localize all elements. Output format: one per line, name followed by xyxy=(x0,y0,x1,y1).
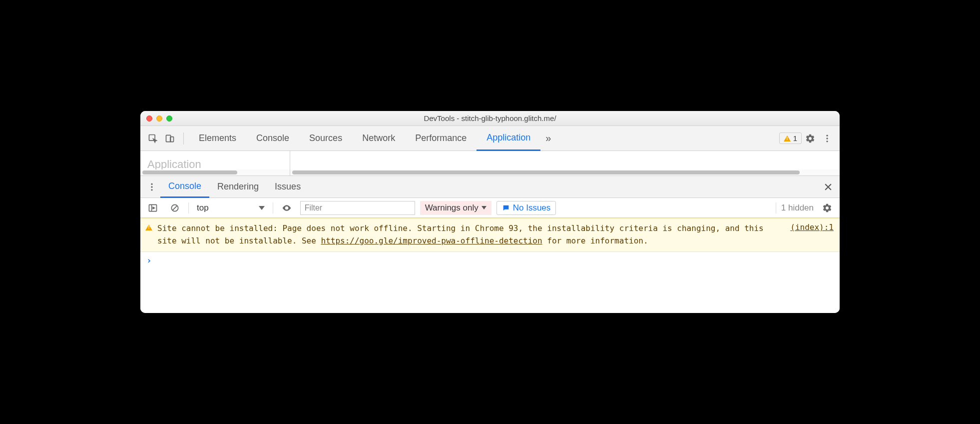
window-title: DevTools - stitch-glib-typhoon.glitch.me… xyxy=(140,114,840,122)
drawer-tab-console[interactable]: Console xyxy=(160,176,209,198)
devtools-window: DevTools - stitch-glib-typhoon.glitch.me… xyxy=(140,111,840,313)
no-issues-label: No Issues xyxy=(513,203,551,213)
drawer-tabstrip: Console Rendering Issues xyxy=(140,176,840,198)
settings-icon[interactable] xyxy=(802,130,819,147)
divider xyxy=(188,202,189,214)
svg-point-5 xyxy=(826,140,828,142)
issues-count: 1 xyxy=(793,134,797,142)
device-toolbar-icon[interactable] xyxy=(161,130,178,147)
svg-point-3 xyxy=(826,134,828,136)
tab-console[interactable]: Console xyxy=(246,126,299,150)
application-content[interactable] xyxy=(290,151,840,176)
warning-message: Site cannot be installed: Page does not … xyxy=(157,222,777,248)
chevron-down-icon xyxy=(259,206,265,210)
window-titlebar: DevTools - stitch-glib-typhoon.glitch.me… xyxy=(140,111,840,126)
warning-source-link[interactable]: (index):1 xyxy=(790,222,834,232)
svg-point-6 xyxy=(151,183,152,184)
live-expression-icon[interactable] xyxy=(278,200,295,216)
svg-point-8 xyxy=(151,189,152,190)
console-toolbar: top Warnings only No Issues 1 hidden xyxy=(140,198,840,218)
tab-performance[interactable]: Performance xyxy=(405,126,477,150)
tab-sources[interactable]: Sources xyxy=(299,126,352,150)
sidebar-scrollbar[interactable] xyxy=(140,170,290,176)
divider xyxy=(183,132,184,144)
main-tabstrip: Elements Console Sources Network Perform… xyxy=(140,126,840,151)
content-scrollbar[interactable] xyxy=(290,170,840,176)
svg-point-7 xyxy=(151,186,152,188)
divider xyxy=(273,202,273,214)
divider xyxy=(776,202,776,214)
tab-elements[interactable]: Elements xyxy=(189,126,246,150)
log-level-selector[interactable]: Warnings only xyxy=(420,201,491,215)
tab-network[interactable]: Network xyxy=(352,126,405,150)
drawer-tab-rendering[interactable]: Rendering xyxy=(209,176,267,198)
drawer-more-icon[interactable] xyxy=(143,178,160,196)
clear-console-icon[interactable] xyxy=(166,200,183,216)
issues-badge[interactable]: 1 xyxy=(779,132,802,144)
console-prompt[interactable]: › xyxy=(140,252,840,268)
warning-icon xyxy=(784,136,791,142)
warning-icon xyxy=(145,224,152,230)
warning-text-after: for more information. xyxy=(542,236,648,246)
console-warning-row[interactable]: Site cannot be installed: Page does not … xyxy=(140,218,840,252)
application-panel: Application xyxy=(140,151,840,176)
console-filter-input[interactable] xyxy=(300,201,415,215)
context-label: top xyxy=(197,203,209,213)
chevron-down-icon xyxy=(482,206,487,210)
tabs-overflow-icon[interactable]: » xyxy=(540,126,556,150)
no-issues-chip[interactable]: No Issues xyxy=(496,201,556,215)
tab-application[interactable]: Application xyxy=(477,126,540,151)
console-sidebar-toggle-icon[interactable] xyxy=(144,200,161,216)
drawer-tab-issues[interactable]: Issues xyxy=(267,176,309,198)
hidden-count[interactable]: 1 hidden xyxy=(781,203,814,213)
warning-link[interactable]: https://goo.gle/improved-pwa-offline-det… xyxy=(321,236,542,246)
execution-context-selector[interactable]: top xyxy=(194,201,268,215)
console-settings-icon[interactable] xyxy=(819,200,836,216)
more-icon[interactable] xyxy=(819,130,836,147)
inspect-element-icon[interactable] xyxy=(144,130,161,147)
svg-point-4 xyxy=(826,138,828,139)
application-sidebar[interactable]: Application xyxy=(140,151,290,176)
console-output: Site cannot be installed: Page does not … xyxy=(140,218,840,313)
drawer-close-icon[interactable] xyxy=(820,178,837,196)
log-level-label: Warnings only xyxy=(425,203,479,213)
